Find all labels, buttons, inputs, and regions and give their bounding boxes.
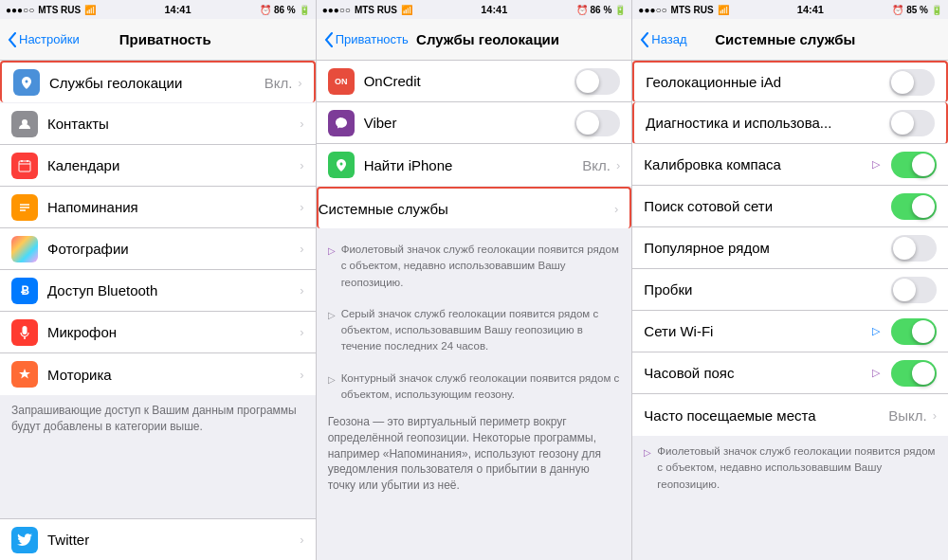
arrow-gray-2: ▷ xyxy=(328,308,336,355)
back-button-2[interactable]: Приватность xyxy=(324,32,409,47)
frequent-label: Часто посещаемые места xyxy=(644,407,888,424)
status-right-1: ⏰ 86 % 🔋 xyxy=(260,5,310,15)
findphone-icon xyxy=(328,152,355,178)
diagnostics-item[interactable]: Диагностика и использова... xyxy=(632,102,948,144)
timezone-toggle[interactable] xyxy=(891,360,937,387)
bluetooth-item[interactable]: Ƀ Доступ Bluetooth › xyxy=(0,270,316,312)
diagnostics-toggle[interactable] xyxy=(889,110,935,136)
viber-toggle[interactable] xyxy=(574,110,620,136)
list-section-1: Службы геолокации Вкл. › xyxy=(0,61,316,102)
microphone-label: Микрофон xyxy=(47,324,300,340)
battery-icon-1: 🔋 xyxy=(299,5,310,15)
popular-label: Популярное рядом xyxy=(644,240,885,256)
photos-label: Фотографии xyxy=(47,241,300,257)
arrow-outline-3: ▷ xyxy=(328,372,336,404)
calendars-label: Календари xyxy=(47,157,300,173)
microphone-item[interactable]: Микрофон › xyxy=(0,312,316,353)
footer-text-1: Запрашивающие доступ к Вашим данным прог… xyxy=(0,395,316,443)
twitter-icon xyxy=(11,527,38,553)
traffic-label: Пробки xyxy=(644,281,885,298)
iad-toggle[interactable] xyxy=(889,69,935,96)
carrier-1: MTS RUS xyxy=(38,5,81,15)
svg-rect-8 xyxy=(23,326,27,334)
motion-chevron: › xyxy=(300,368,303,382)
oncredit-label: OnCredit xyxy=(364,73,570,89)
contacts-icon xyxy=(11,111,38,137)
cell-search-item[interactable]: Поиск сотовой сети xyxy=(632,186,948,227)
info-2: ▷ Серый значок служб геолокации появится… xyxy=(317,298,632,363)
reminders-icon xyxy=(11,194,38,221)
alarm-1: ⏰ xyxy=(260,5,271,15)
popular-toggle[interactable] xyxy=(891,235,937,262)
battery-1: 86 % xyxy=(274,5,296,15)
timezone-label: Часовой пояс xyxy=(644,365,872,381)
cell-search-label: Поиск сотовой сети xyxy=(644,198,885,214)
frequent-item[interactable]: Часто посещаемые места Выкл. › xyxy=(632,394,948,436)
findphone-item[interactable]: Найти iPhone Вкл. › xyxy=(317,144,632,186)
motion-label: Моторика xyxy=(47,367,300,383)
bluetooth-icon: Ƀ xyxy=(11,278,38,304)
location-item[interactable]: Службы геолокации Вкл. › xyxy=(0,61,316,102)
nav-title-1: Приватность xyxy=(80,31,251,47)
screen-privacy: ●●●○○ MTS RUS 📶 14:41 ⏰ 86 % 🔋 Настройки… xyxy=(0,0,317,560)
screens-container: ●●●○○ MTS RUS 📶 14:41 ⏰ 86 % 🔋 Настройки… xyxy=(0,0,948,560)
svg-rect-1 xyxy=(19,161,30,172)
contacts-item[interactable]: Контакты › xyxy=(0,103,316,145)
screen-system: ●●●○○ MTS RUS 📶 14:41 ⏰ 85 % 🔋 Назад Сис… xyxy=(632,0,948,560)
location-label: Службы геолокации xyxy=(49,75,264,91)
wifi-item[interactable]: Сети Wi-Fi ▷ xyxy=(632,311,948,352)
geo-note: Геозона — это виртуальный периметр вокру… xyxy=(317,410,632,501)
microphone-chevron: › xyxy=(300,325,303,339)
viber-label: Viber xyxy=(364,115,570,131)
compass-toggle[interactable] xyxy=(891,152,937,178)
viber-item[interactable]: Viber xyxy=(317,102,632,144)
contacts-label: Контакты xyxy=(47,116,300,132)
motion-item[interactable]: Моторика › xyxy=(0,353,316,395)
back-button-3[interactable]: Назад xyxy=(640,32,686,47)
twitter-chevron: › xyxy=(300,533,303,547)
photos-icon xyxy=(11,236,38,262)
screen-location: ●●●○○ MTS RUS 📶 14:41 ⏰ 86 % 🔋 Приватнос… xyxy=(317,0,633,560)
viber-icon xyxy=(328,110,355,136)
footer-note-3: ▷ Фиолетовый значок служб геолокации поя… xyxy=(632,436,948,500)
contacts-chevron: › xyxy=(300,117,303,131)
twitter-label: Twitter xyxy=(47,532,89,548)
back-label-1: Настройки xyxy=(19,32,80,46)
traffic-toggle[interactable] xyxy=(891,277,937,303)
traffic-item[interactable]: Пробки xyxy=(632,269,948,311)
status-bar-3: ●●●○○ MTS RUS 📶 14:41 ⏰ 85 % 🔋 xyxy=(632,0,948,19)
findphone-label: Найти iPhone xyxy=(364,157,583,173)
cell-search-toggle[interactable] xyxy=(891,193,937,220)
calendars-chevron: › xyxy=(300,158,303,172)
system-services-item[interactable]: Системные службы › xyxy=(317,187,632,228)
calendars-item[interactable]: Календари › xyxy=(0,145,316,187)
popular-item[interactable]: Популярное рядом xyxy=(632,227,948,269)
timezone-item[interactable]: Часовой пояс ▷ xyxy=(632,352,948,394)
back-button-1[interactable]: Настройки xyxy=(8,32,80,47)
location-value: Вкл. xyxy=(264,75,293,91)
motion-icon xyxy=(11,361,38,388)
compass-item[interactable]: Калибровка компаса ▷ xyxy=(632,144,948,186)
reminders-item[interactable]: Напоминания › xyxy=(0,187,316,228)
photos-item[interactable]: Фотографии › xyxy=(0,228,316,270)
calendars-icon xyxy=(11,153,38,179)
info-3: ▷ Контурный значок служб геолокации появ… xyxy=(317,363,632,411)
bluetooth-chevron: › xyxy=(300,283,303,298)
twitter-item[interactable]: Twitter › xyxy=(0,518,316,560)
iad-label: Геолокационные iAd xyxy=(646,74,884,90)
status-bar-1: ●●●○○ MTS RUS 📶 14:41 ⏰ 86 % 🔋 xyxy=(0,0,316,19)
oncredit-item[interactable]: ON OnCredit xyxy=(317,61,632,102)
reminders-chevron: › xyxy=(300,200,303,214)
diagnostics-label: Диагностика и использова... xyxy=(646,115,884,131)
oncredit-toggle[interactable] xyxy=(574,68,620,95)
status-left-1: ●●●○○ MTS RUS 📶 xyxy=(6,5,96,15)
list-section-2: Контакты › Календари › Напоминания › xyxy=(0,103,316,395)
nav-bar-3: Назад Системные службы xyxy=(632,19,948,61)
wifi-toggle[interactable] xyxy=(891,318,937,345)
oncredit-icon: ON xyxy=(328,68,355,95)
nav-bar-2: Приватность Службы геолокации xyxy=(317,19,632,61)
compass-arrow: ▷ xyxy=(872,158,880,171)
signal-1: ●●●○○ xyxy=(6,5,34,15)
iad-item[interactable]: Геолокационные iAd xyxy=(632,61,948,102)
findphone-value: Вкл. xyxy=(582,157,611,173)
